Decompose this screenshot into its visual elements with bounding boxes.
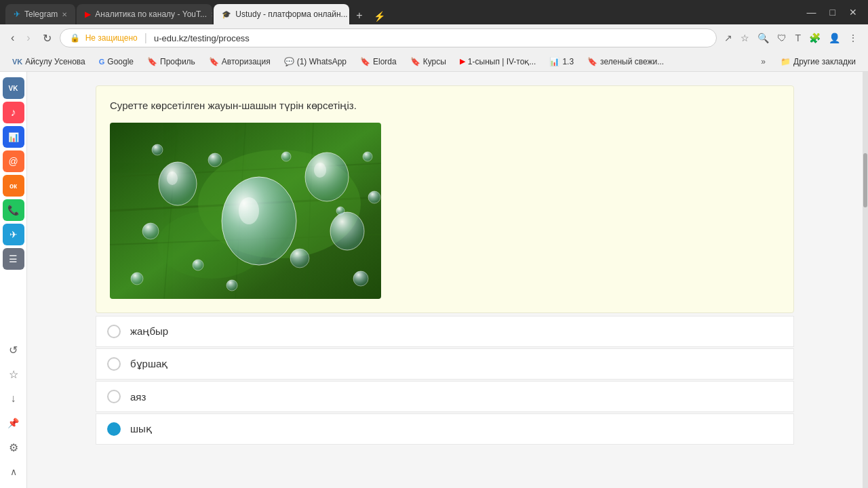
radio-button-4[interactable] (107, 422, 121, 436)
tab-telegram-close[interactable]: ✕ (62, 11, 67, 18)
share-button[interactable]: ↗ (721, 30, 736, 45)
tab-youtube-close[interactable]: ✕ (211, 11, 212, 18)
radio-button-2[interactable] (107, 357, 121, 371)
svg-point-16 (142, 223, 159, 239)
svg-point-25 (152, 144, 163, 155)
bookmark-folder[interactable]: 📁 Другие закладки (775, 56, 861, 68)
bookmark-folder-label: Другие закладки (793, 57, 856, 66)
bookmark-green-label: зеленый свежи... (600, 57, 664, 66)
bookmark-kursy-label: Курсы (423, 57, 446, 66)
address-actions: ↗ ☆ 🔍 🛡 T 🧩 👤 ⋮ (721, 30, 861, 45)
bookmark-whatsapp[interactable]: 💬 (1) WhatsApp (279, 56, 352, 68)
browser-titlebar: ✈ Telegram ✕ ▶ Аналитика по каналу - You… (0, 0, 868, 24)
bookmark-button[interactable]: ☆ (737, 30, 753, 45)
answer-option-3[interactable]: аяз (96, 381, 794, 412)
answer-option-4[interactable]: шық (96, 413, 794, 445)
sidebar-icon-settings[interactable]: ⚙ (3, 436, 24, 458)
lock-icon: 🔒 (70, 33, 80, 43)
bookmark-13-icon: 📊 (549, 57, 559, 66)
bookmark-elorda-icon: 🔖 (360, 57, 370, 66)
content-area: Суретте көрсетілген жауын-шашын түрін кө… (27, 72, 863, 488)
answer-option-2[interactable]: бұршақ (96, 348, 794, 380)
bookmark-profile[interactable]: 🔖 Профиль (142, 56, 201, 68)
answer-text-4: шық (130, 423, 152, 435)
bookmark-green-icon: 🔖 (587, 57, 597, 66)
protocol-label: Не защищено (85, 33, 138, 43)
bookmark-13-label: 1.3 (562, 57, 574, 66)
sidebar-icon-collapse[interactable]: ∧ (3, 461, 24, 483)
bookmark-google[interactable]: G Google (94, 56, 139, 68)
sidebar-icon-history[interactable]: ↺ (3, 339, 24, 361)
shield-button[interactable]: 🛡 (774, 30, 790, 45)
leaf-svg (110, 123, 381, 299)
bookmark-13[interactable]: 📊 1.3 (544, 56, 579, 68)
minimize-button[interactable]: — (802, 4, 822, 20)
page-scrollbar[interactable] (863, 72, 868, 488)
bookmark-vk[interactable]: VK Айсулу Усенова (7, 56, 91, 68)
answer-option-1[interactable]: жаңбыр (96, 316, 794, 347)
svg-point-10 (239, 197, 259, 224)
radio-button-1[interactable] (107, 325, 121, 338)
sidebar-icon-telegram[interactable]: ✈ (3, 224, 24, 245)
url-field[interactable]: 🔒 Не защищено | u-edu.kz/testing/process (60, 28, 717, 47)
bookmark-profile-icon: 🔖 (147, 57, 157, 66)
bookmark-google-icon: G (99, 58, 105, 66)
svg-point-26 (281, 152, 291, 161)
bookmark-whatsapp-label: (1) WhatsApp (297, 57, 347, 66)
sidebar-icon-star[interactable]: ☆ (3, 363, 24, 385)
sidebar-icon-menu[interactable]: ☰ (3, 248, 24, 270)
extensions-button[interactable]: 🧩 (806, 30, 824, 45)
svg-point-22 (363, 152, 372, 161)
ustudy-tab-label: Ustudy - платформа онлайн... (235, 9, 347, 19)
sidebar-icon-pin[interactable]: 📌 (3, 412, 24, 434)
bookmark-synip-icon: ▶ (460, 57, 465, 66)
sidebar-icon-mail[interactable]: @ (3, 150, 24, 172)
sidebar-icon-download[interactable]: ↓ (3, 388, 24, 409)
search-button[interactable]: 🔍 (754, 30, 772, 45)
bookmark-auth-label: Авторизация (222, 57, 271, 66)
new-tab-button[interactable]: + (351, 7, 368, 24)
svg-point-15 (330, 212, 364, 250)
svg-point-11 (159, 162, 197, 205)
bookmark-vk-label: Айсулу Усенова (25, 57, 85, 66)
answer-text-2: бұршақ (130, 358, 167, 370)
bookmark-elorda[interactable]: 🔖 Elorda (355, 56, 402, 68)
sidebar-icon-stats[interactable]: 📊 (3, 126, 24, 148)
tab-extensions-button[interactable]: ⚡ (370, 8, 389, 24)
tab-telegram[interactable]: ✈ Telegram ✕ (5, 4, 75, 24)
bookmark-profile-label: Профиль (160, 57, 195, 66)
sidebar-icon-vk[interactable]: VK (3, 77, 24, 99)
svg-point-20 (131, 272, 143, 285)
main-layout: VK ♪ 📊 @ ок 📞 ✈ ☰ ↺ ☆ ↓ 📌 ⚙ ∧ Суретте кө… (0, 72, 868, 488)
sidebar-icon-phone[interactable]: 📞 (3, 199, 24, 221)
answer-text-3: аяз (130, 391, 146, 403)
maximize-button[interactable]: □ (825, 4, 841, 20)
reload-button[interactable]: ↻ (39, 29, 56, 47)
sidebar-icon-ok[interactable]: ок (3, 175, 24, 197)
radio-button-3[interactable] (107, 390, 121, 403)
profile-button[interactable]: 👤 (825, 30, 844, 45)
telegram-tab-label: Telegram (24, 9, 58, 19)
bookmark-green[interactable]: 🔖 зеленый свежи... (582, 56, 669, 68)
scroll-thumb[interactable] (863, 153, 867, 207)
tab-list: ✈ Telegram ✕ ▶ Аналитика по каналу - You… (5, 0, 389, 24)
bookmark-kursy[interactable]: 🔖 Курсы (405, 56, 452, 68)
bookmarks-bar: VK Айсулу Усенова G Google 🔖 Профиль 🔖 А… (0, 52, 868, 72)
close-button[interactable]: ✕ (844, 4, 863, 20)
bookmark-folder-icon: 📁 (781, 57, 791, 66)
back-button[interactable]: ‹ (7, 29, 18, 47)
svg-point-18 (290, 249, 309, 268)
bookmark-synip[interactable]: ▶ 1-сынып | IV-тоқ... (454, 56, 542, 68)
translate-button[interactable]: T (791, 30, 804, 45)
bookmark-google-label: Google (107, 57, 134, 66)
tab-ustudy[interactable]: 🎓 Ustudy - платформа онлайн... ✕ (214, 4, 349, 24)
question-card: Суретте көрсетілген жауын-шашын түрін кө… (96, 85, 794, 313)
sidebar-icon-music[interactable]: ♪ (3, 102, 24, 123)
forward-button[interactable]: › (22, 29, 34, 47)
address-bar: ‹ › ↻ 🔒 Не защищено | u-edu.kz/testing/p… (0, 24, 868, 52)
menu-button[interactable]: ⋮ (845, 30, 861, 45)
bookmarks-more-button[interactable]: » (757, 56, 770, 68)
svg-point-12 (167, 171, 178, 185)
bookmark-auth[interactable]: 🔖 Авторизация (203, 56, 276, 68)
tab-youtube[interactable]: ▶ Аналитика по каналу - YouT... ✕ (77, 4, 212, 24)
